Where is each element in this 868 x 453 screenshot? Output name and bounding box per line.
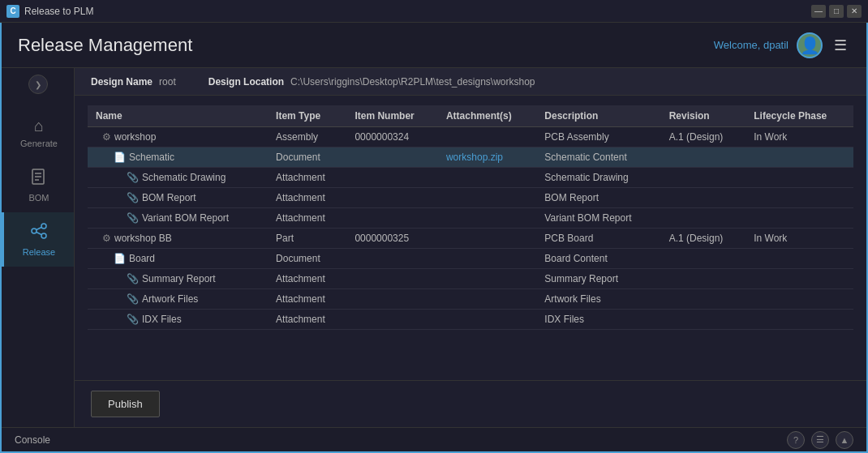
cell-item-type: Document [268,249,346,269]
main-content: Design Name root Design Location C:\User… [75,68,866,427]
table-row: 📎Summary ReportAttachmentSummary Report [88,269,853,289]
gear-icon: ⚙ [102,233,111,244]
attachment-icon: 📎 [127,192,139,203]
design-name-item: Design Name root [91,76,176,88]
design-name-value: root [159,76,176,88]
col-item-type: Item Type [268,105,346,127]
cell-item-number [346,310,438,330]
cell-name: 📎Summary Report [88,269,268,289]
cell-revision [661,147,746,168]
cell-item-type: Attachment [268,269,346,289]
svg-line-8 [37,233,41,235]
cell-item-number: 0000000324 [346,127,438,147]
attachment-link[interactable]: workshop.zip [446,152,503,163]
title-bar: C Release to PLM — □ ✕ [0,0,868,23]
attachment-icon: 📎 [127,273,139,284]
row-name-text: IDX Files [142,314,182,325]
cell-lifecycle [746,289,853,310]
app-icon: C [6,5,19,18]
welcome-text: Welcome, dpatil [714,39,789,51]
col-attachments: Attachment(s) [438,105,536,127]
generate-icon: ⌂ [34,117,44,135]
publish-button[interactable]: Publish [91,391,160,417]
console-label: Console [15,434,50,446]
cell-item-number [346,269,438,289]
minimize-button[interactable]: — [811,5,826,18]
cell-name: 📎IDX Files [88,310,268,330]
menu-button[interactable]: ☰ [831,33,850,58]
cell-name: 📄Schematic [88,147,268,168]
table-row: 📄SchematicDocumentworkshop.zipSchematic … [88,147,853,168]
cell-revision [661,188,746,208]
cell-attachments [438,188,536,208]
design-name-label: Design Name [91,76,153,88]
sidebar: ❯ ⌂ Generate BOM [2,68,75,427]
row-name-text: Summary Report [142,273,216,284]
col-revision: Revision [661,105,746,127]
cell-item-type: Attachment [268,208,346,229]
sidebar-collapse-button[interactable]: ❯ [28,75,48,94]
cell-attachments [438,127,536,147]
cell-description: Summary Report [536,269,660,289]
cell-item-type: Assembly [268,127,346,147]
cell-lifecycle [746,208,853,229]
cell-description: Schematic Content [536,147,660,168]
sidebar-item-generate[interactable]: ⌂ Generate [2,107,74,158]
console-icons: ? ☰ ▲ [787,431,853,449]
cell-item-type: Document [268,147,346,168]
cell-revision: A.1 (Design) [661,127,746,147]
console-collapse-button[interactable]: ▲ [836,431,853,449]
col-lifecycle: Lifecycle Phase [746,105,853,127]
document-icon: 📄 [114,253,126,264]
row-name-text: Schematic [129,152,174,163]
cell-lifecycle [746,310,853,330]
cell-item-type: Attachment [268,188,346,208]
cell-item-number [346,208,438,229]
cell-item-number [346,168,438,188]
sidebar-item-bom[interactable]: BOM [2,158,74,212]
app-header: Release Management Welcome, dpatil 👤 ☰ [2,23,866,68]
cell-revision [661,168,746,188]
attachment-icon: 📎 [127,293,139,305]
cell-attachments [438,208,536,229]
cell-item-type: Part [268,229,346,249]
cell-attachments[interactable]: workshop.zip [438,147,536,168]
sidebar-item-release[interactable]: Release [2,212,74,267]
console-menu-button[interactable]: ☰ [811,431,829,449]
cell-item-number: 0000000325 [346,229,438,249]
table-row: 📎Schematic DrawingAttachmentSchematic Dr… [88,168,853,188]
table-row: 📎Artwork FilesAttachmentArtwork Files [88,289,853,310]
title-bar-text: Release to PLM [24,6,93,17]
table-row: 📎BOM ReportAttachmentBOM Report [88,188,853,208]
cell-item-number [346,249,438,269]
table-row: 📄BoardDocumentBoard Content [88,249,853,269]
row-name-text: BOM Report [142,192,196,203]
cell-description: PCB Assembly [536,127,660,147]
console-help-button[interactable]: ? [787,431,805,449]
row-name-text: workshop BB [114,233,172,244]
row-name-text: Schematic Drawing [142,172,226,183]
svg-point-4 [32,229,37,233]
design-location-value: C:\Users\riggins\Desktop\R2PLM\test_desi… [290,76,535,88]
cell-revision [661,269,746,289]
cell-description: Schematic Drawing [536,168,660,188]
row-name-text: Artwork Files [142,293,198,305]
col-description: Description [536,105,660,127]
restore-button[interactable]: □ [829,5,844,18]
row-name-text: Board [129,253,155,264]
sidebar-label-bom: BOM [28,193,49,203]
app-body: ❯ ⌂ Generate BOM [2,68,866,427]
gear-icon: ⚙ [102,131,111,143]
cell-name: 📎BOM Report [88,188,268,208]
cell-item-type: Attachment [268,310,346,330]
action-area: Publish [75,380,866,427]
cell-lifecycle: In Work [746,127,853,147]
console-bar: Console ? ☰ ▲ [2,427,866,451]
row-name-text: Variant BOM Report [142,212,229,224]
cell-description: PCB Board [536,229,660,249]
cell-description: IDX Files [536,310,660,330]
close-button[interactable]: ✕ [847,5,862,18]
attachment-icon: 📎 [127,314,139,325]
cell-revision [661,289,746,310]
cell-revision [661,249,746,269]
